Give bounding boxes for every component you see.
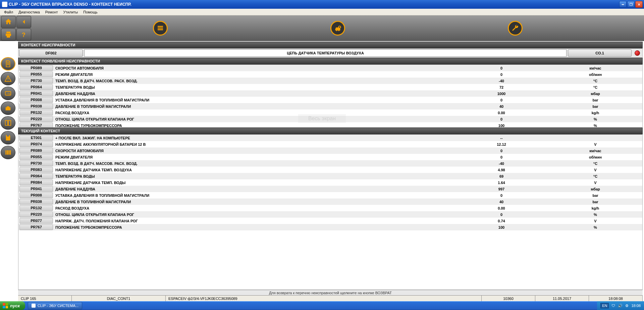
- table-row[interactable]: PR064ТЕМПЕРАТУРА ВОДЫ72°C: [18, 84, 642, 90]
- param-label: НАПРЯЖЕНИЕ АККУМУЛЯТОРНОЙ БАТАРЕИ 12 В: [54, 142, 454, 146]
- menu-help[interactable]: Помощь: [80, 9, 100, 15]
- fault-status[interactable]: CO.1: [568, 49, 632, 57]
- param-value: 0: [454, 117, 548, 121]
- param-value: 0: [454, 73, 548, 77]
- taskbar-item-clip[interactable]: CLIP - ЭБУ СИСТЕМА...: [28, 302, 82, 309]
- param-value: 0: [454, 98, 548, 102]
- svg-rect-1: [158, 26, 163, 27]
- help-button[interactable]: ?: [16, 29, 31, 41]
- param-unit: V: [548, 168, 642, 172]
- table-row[interactable]: PR077НАПРЯЖ. ДАТЧ. ПОЛОЖЕНИЯ КЛАПАНА РОГ…: [18, 218, 642, 224]
- param-label: ТЕМП. ВОЗД. В ДАТЧ. МАССОВ. РАСХ. ВОЗД.: [54, 79, 454, 83]
- status-date: 11.05.2017: [535, 296, 589, 301]
- tray-icon-2[interactable]: 🔊: [618, 304, 623, 308]
- tray-icon-3[interactable]: ⚙: [625, 304, 629, 308]
- menubar: Файл Диагностика Ремонт Утилиты Помощь: [0, 9, 644, 15]
- table-row[interactable]: PR220ОТНОШ. ЦИКЛА ОТКРЫТИЯ КЛАПАНА РОГ0%: [18, 116, 642, 122]
- table-row[interactable]: PR041ДАВЛЕНИЕ НАДДУВА997мбар: [18, 186, 642, 192]
- menu-file[interactable]: Файл: [1, 9, 16, 15]
- side-manual-button[interactable]: [1, 116, 15, 130]
- minimize-button[interactable]: ━: [619, 1, 627, 8]
- language-indicator[interactable]: EN: [600, 303, 609, 308]
- table-row[interactable]: PR008УСТАВКА ДАВЛЕНИЯ В ТОПЛИВНОЙ МАГИСТ…: [18, 97, 642, 103]
- vehicle-scan-button[interactable]: [330, 21, 345, 36]
- print-button[interactable]: [1, 29, 16, 41]
- param-code: PR038: [19, 199, 53, 205]
- table-row[interactable]: PR064ТЕМПЕРАТУРА ВОДЫ69°C: [18, 173, 642, 179]
- list-mode-button[interactable]: [153, 21, 168, 36]
- menu-diagnostics[interactable]: Диагностика: [16, 9, 43, 15]
- param-value: 69: [454, 174, 548, 178]
- param-value: 0.00: [454, 111, 548, 115]
- maximize-button[interactable]: ❐: [627, 1, 635, 8]
- occurrence-table[interactable]: PR089СКОРОСТИ АВТОМОБИЛЯ0км/часPR055РЕЖИ…: [18, 65, 642, 127]
- param-code: PR074: [19, 141, 53, 147]
- param-label: ПОЛОЖЕНИЕ ТУРБОКОМПРЕССОРА: [54, 124, 454, 128]
- param-code: PR064: [19, 84, 53, 90]
- side-toolbox-button[interactable]: [1, 101, 15, 115]
- param-unit: bar: [548, 200, 642, 204]
- param-value: 12.12: [454, 142, 548, 146]
- side-save-button[interactable]: [1, 131, 15, 144]
- tray-icon-1[interactable]: 🛡: [611, 304, 615, 308]
- section-occurrence-context: КОНТЕКСТ ПОЯВЛЕНИЯ НЕИСПРАВНОСТИ: [18, 58, 643, 64]
- tray-clock[interactable]: 18:08: [631, 304, 641, 308]
- svg-text:=%: =%: [6, 92, 11, 95]
- start-button[interactable]: пуск: [0, 301, 25, 310]
- table-row[interactable]: PR220ОТНОШ. ЦИКЛА ОТКРЫТИЯ КЛАПАНА РОГ0%: [18, 211, 642, 218]
- param-unit: V: [548, 219, 642, 223]
- param-code: PR041: [19, 186, 53, 192]
- side-barcode-button[interactable]: [1, 146, 15, 159]
- task-app-icon: [32, 304, 36, 308]
- current-table[interactable]: ET001+ ПОСЛЕ ВКЛ. ЗАЖИГ. НА КОМПЬЮТЕРЕ--…: [18, 135, 642, 290]
- table-row[interactable]: PR074НАПРЯЖЕНИЕ АККУМУЛЯТОРНОЙ БАТАРЕИ 1…: [18, 141, 642, 147]
- side-warning-button[interactable]: [1, 72, 15, 85]
- status-bar: CLIP 165 DIAC_CONT1 ESPACEIV ф2/3/4-VF1J…: [18, 295, 643, 301]
- table-row[interactable]: PR132РАСХОД ВОЗДУХА0.00kg/h: [18, 109, 642, 116]
- table-row[interactable]: PR767ПОЛОЖЕНИЕ ТУРБОКОМПРЕССОРА100%: [18, 224, 642, 230]
- menu-repair[interactable]: Ремонт: [43, 9, 61, 15]
- param-label: ОТНОШ. ЦИКЛА ОТКРЫТИЯ КЛАПАНА РОГ: [54, 213, 454, 217]
- start-label: пуск: [10, 303, 20, 308]
- back-button[interactable]: [16, 16, 31, 28]
- table-row[interactable]: PR084НАПРЯЖЕНИЕ ДАТЧИКА ТЕМП. ВОДЫ1.64V: [18, 179, 642, 186]
- param-unit: °C: [548, 162, 642, 166]
- table-row[interactable]: PR055РЕЖИМ ДВИГАТЕЛЯ0об/мин: [18, 154, 642, 160]
- app-icon: [2, 2, 7, 7]
- table-row[interactable]: PR767ПОЛОЖЕНИЕ ТУРБОКОМПРЕССОРА100%: [18, 122, 642, 127]
- param-value: 0: [454, 66, 548, 70]
- table-row[interactable]: PR055РЕЖИМ ДВИГАТЕЛЯ0об/мин: [18, 71, 642, 78]
- param-unit: bar: [548, 98, 642, 102]
- side-percent-button[interactable]: =%: [1, 87, 15, 100]
- param-unit: kg/h: [548, 111, 642, 115]
- table-row[interactable]: PR038ДАВЛЕНИЕ В ТОПЛИВНОЙ МАГИСТРАЛИ40ba…: [18, 198, 642, 205]
- table-row[interactable]: PR132РАСХОД ВОЗДУХА0.00kg/h: [18, 205, 642, 211]
- param-code: PR730: [19, 161, 53, 166]
- table-row[interactable]: PR041ДАВЛЕНИЕ НАДДУВА1000мбар: [18, 90, 642, 97]
- system-tray: EN 🛡 🔊 ⚙ 18:08: [597, 301, 644, 310]
- param-value: 0.74: [454, 219, 548, 223]
- table-row[interactable]: PR038ДАВЛЕНИЕ В ТОПЛИВНОЙ МАГИСТРАЛИ40ba…: [18, 103, 642, 109]
- param-value: 0: [454, 213, 548, 217]
- close-button[interactable]: ✕: [635, 1, 643, 8]
- red-dot-icon: [635, 50, 640, 56]
- table-row[interactable]: PR730ТЕМП. ВОЗД. В ДАТЧ. МАССОВ. РАСХ. В…: [18, 160, 642, 167]
- param-unit: об/мин: [548, 155, 642, 159]
- table-row[interactable]: PR089СКОРОСТИ АВТОМОБИЛЯ0км/час: [18, 65, 642, 71]
- side-document-button[interactable]: [1, 57, 15, 71]
- table-row[interactable]: PR089СКОРОСТИ АВТОМОБИЛЯ0км/час: [18, 147, 642, 154]
- home-button[interactable]: [1, 16, 16, 28]
- table-row[interactable]: ET001+ ПОСЛЕ ВКЛ. ЗАЖИГ. НА КОМПЬЮТЕРЕ--: [18, 135, 642, 141]
- table-row[interactable]: PR083НАПРЯЖЕНИЕ ДАТЧИКА ТЕМП. ВОЗДУХА4.9…: [18, 167, 642, 173]
- param-unit: %: [548, 213, 642, 217]
- tools-button[interactable]: [508, 21, 523, 36]
- fault-code[interactable]: DF002: [19, 49, 83, 57]
- windows-taskbar: пуск CLIP - ЭБУ СИСТЕМА... EN 🛡 🔊 ⚙ 18:0…: [0, 301, 644, 310]
- param-code: ET001: [19, 135, 53, 141]
- table-row[interactable]: PR008УСТАВКА ДАВЛЕНИЯ В ТОПЛИВНОЙ МАГИСТ…: [18, 192, 642, 198]
- menu-utilities[interactable]: Утилиты: [61, 9, 81, 15]
- param-label: ТЕМПЕРАТУРА ВОДЫ: [54, 174, 454, 178]
- param-unit: %: [548, 225, 642, 229]
- table-row[interactable]: PR730ТЕМП. ВОЗД. В ДАТЧ. МАССОВ. РАСХ. В…: [18, 78, 642, 84]
- param-label: РЕЖИМ ДВИГАТЕЛЯ: [54, 155, 454, 159]
